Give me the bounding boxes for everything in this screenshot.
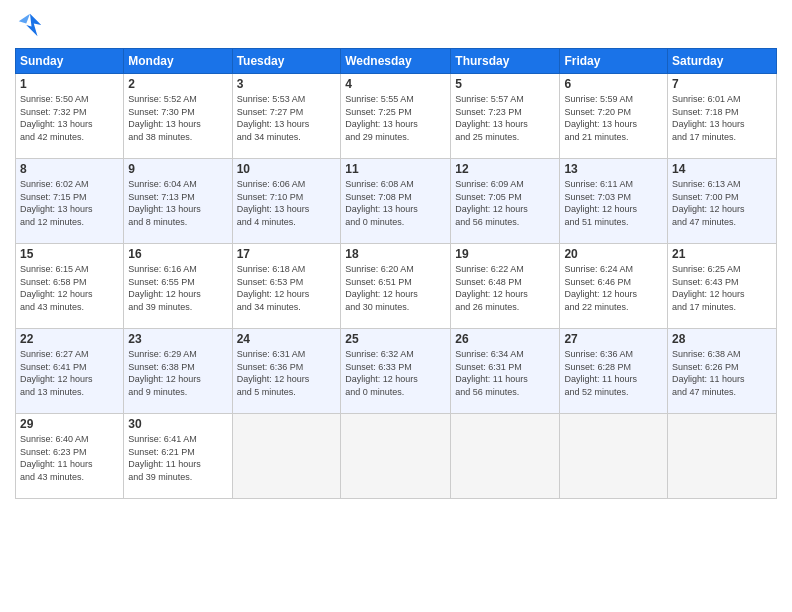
calendar-cell: 26Sunrise: 6:34 AMSunset: 6:31 PMDayligh… bbox=[451, 329, 560, 414]
day-info: Sunrise: 5:59 AMSunset: 7:20 PMDaylight:… bbox=[564, 93, 663, 143]
day-info: Sunrise: 6:22 AMSunset: 6:48 PMDaylight:… bbox=[455, 263, 555, 313]
day-info: Sunrise: 5:53 AMSunset: 7:27 PMDaylight:… bbox=[237, 93, 337, 143]
calendar-cell: 15Sunrise: 6:15 AMSunset: 6:58 PMDayligh… bbox=[16, 244, 124, 329]
day-info: Sunrise: 6:16 AMSunset: 6:55 PMDaylight:… bbox=[128, 263, 227, 313]
day-number: 11 bbox=[345, 162, 446, 176]
day-info: Sunrise: 6:29 AMSunset: 6:38 PMDaylight:… bbox=[128, 348, 227, 398]
day-info: Sunrise: 6:27 AMSunset: 6:41 PMDaylight:… bbox=[20, 348, 119, 398]
calendar-cell: 16Sunrise: 6:16 AMSunset: 6:55 PMDayligh… bbox=[124, 244, 232, 329]
calendar-cell: 19Sunrise: 6:22 AMSunset: 6:48 PMDayligh… bbox=[451, 244, 560, 329]
calendar-cell: 13Sunrise: 6:11 AMSunset: 7:03 PMDayligh… bbox=[560, 159, 668, 244]
calendar-cell: 4Sunrise: 5:55 AMSunset: 7:25 PMDaylight… bbox=[341, 74, 451, 159]
day-info: Sunrise: 6:24 AMSunset: 6:46 PMDaylight:… bbox=[564, 263, 663, 313]
day-info: Sunrise: 6:15 AMSunset: 6:58 PMDaylight:… bbox=[20, 263, 119, 313]
calendar-cell: 10Sunrise: 6:06 AMSunset: 7:10 PMDayligh… bbox=[232, 159, 341, 244]
calendar-cell: 9Sunrise: 6:04 AMSunset: 7:13 PMDaylight… bbox=[124, 159, 232, 244]
day-info: Sunrise: 6:34 AMSunset: 6:31 PMDaylight:… bbox=[455, 348, 555, 398]
header-row: SundayMondayTuesdayWednesdayThursdayFrid… bbox=[16, 49, 777, 74]
day-number: 21 bbox=[672, 247, 772, 261]
logo-icon bbox=[15, 10, 45, 40]
day-number: 1 bbox=[20, 77, 119, 91]
day-info: Sunrise: 6:13 AMSunset: 7:00 PMDaylight:… bbox=[672, 178, 772, 228]
calendar-cell: 6Sunrise: 5:59 AMSunset: 7:20 PMDaylight… bbox=[560, 74, 668, 159]
calendar-cell: 28Sunrise: 6:38 AMSunset: 6:26 PMDayligh… bbox=[668, 329, 777, 414]
day-info: Sunrise: 6:02 AMSunset: 7:15 PMDaylight:… bbox=[20, 178, 119, 228]
day-number: 19 bbox=[455, 247, 555, 261]
day-number: 23 bbox=[128, 332, 227, 346]
day-info: Sunrise: 6:36 AMSunset: 6:28 PMDaylight:… bbox=[564, 348, 663, 398]
week-row-4: 22Sunrise: 6:27 AMSunset: 6:41 PMDayligh… bbox=[16, 329, 777, 414]
col-header-saturday: Saturday bbox=[668, 49, 777, 74]
day-info: Sunrise: 6:06 AMSunset: 7:10 PMDaylight:… bbox=[237, 178, 337, 228]
day-number: 18 bbox=[345, 247, 446, 261]
logo bbox=[15, 10, 49, 40]
calendar-cell: 23Sunrise: 6:29 AMSunset: 6:38 PMDayligh… bbox=[124, 329, 232, 414]
day-number: 17 bbox=[237, 247, 337, 261]
day-number: 24 bbox=[237, 332, 337, 346]
col-header-tuesday: Tuesday bbox=[232, 49, 341, 74]
week-row-3: 15Sunrise: 6:15 AMSunset: 6:58 PMDayligh… bbox=[16, 244, 777, 329]
day-number: 16 bbox=[128, 247, 227, 261]
calendar-cell bbox=[668, 414, 777, 499]
day-info: Sunrise: 6:32 AMSunset: 6:33 PMDaylight:… bbox=[345, 348, 446, 398]
calendar-cell: 21Sunrise: 6:25 AMSunset: 6:43 PMDayligh… bbox=[668, 244, 777, 329]
col-header-friday: Friday bbox=[560, 49, 668, 74]
col-header-monday: Monday bbox=[124, 49, 232, 74]
day-number: 10 bbox=[237, 162, 337, 176]
calendar-cell: 25Sunrise: 6:32 AMSunset: 6:33 PMDayligh… bbox=[341, 329, 451, 414]
day-number: 25 bbox=[345, 332, 446, 346]
calendar-page: SundayMondayTuesdayWednesdayThursdayFrid… bbox=[0, 0, 792, 612]
day-info: Sunrise: 5:55 AMSunset: 7:25 PMDaylight:… bbox=[345, 93, 446, 143]
calendar-cell: 8Sunrise: 6:02 AMSunset: 7:15 PMDaylight… bbox=[16, 159, 124, 244]
calendar-cell: 18Sunrise: 6:20 AMSunset: 6:51 PMDayligh… bbox=[341, 244, 451, 329]
calendar-cell bbox=[451, 414, 560, 499]
calendar-cell: 14Sunrise: 6:13 AMSunset: 7:00 PMDayligh… bbox=[668, 159, 777, 244]
calendar-cell: 29Sunrise: 6:40 AMSunset: 6:23 PMDayligh… bbox=[16, 414, 124, 499]
col-header-wednesday: Wednesday bbox=[341, 49, 451, 74]
day-number: 12 bbox=[455, 162, 555, 176]
day-info: Sunrise: 5:50 AMSunset: 7:32 PMDaylight:… bbox=[20, 93, 119, 143]
day-number: 26 bbox=[455, 332, 555, 346]
svg-marker-1 bbox=[19, 14, 30, 24]
col-header-sunday: Sunday bbox=[16, 49, 124, 74]
day-info: Sunrise: 6:20 AMSunset: 6:51 PMDaylight:… bbox=[345, 263, 446, 313]
week-row-2: 8Sunrise: 6:02 AMSunset: 7:15 PMDaylight… bbox=[16, 159, 777, 244]
calendar-table: SundayMondayTuesdayWednesdayThursdayFrid… bbox=[15, 48, 777, 499]
calendar-cell: 22Sunrise: 6:27 AMSunset: 6:41 PMDayligh… bbox=[16, 329, 124, 414]
day-info: Sunrise: 6:38 AMSunset: 6:26 PMDaylight:… bbox=[672, 348, 772, 398]
calendar-cell: 5Sunrise: 5:57 AMSunset: 7:23 PMDaylight… bbox=[451, 74, 560, 159]
day-number: 13 bbox=[564, 162, 663, 176]
day-number: 22 bbox=[20, 332, 119, 346]
day-info: Sunrise: 6:40 AMSunset: 6:23 PMDaylight:… bbox=[20, 433, 119, 483]
week-row-1: 1Sunrise: 5:50 AMSunset: 7:32 PMDaylight… bbox=[16, 74, 777, 159]
day-info: Sunrise: 5:57 AMSunset: 7:23 PMDaylight:… bbox=[455, 93, 555, 143]
day-info: Sunrise: 6:09 AMSunset: 7:05 PMDaylight:… bbox=[455, 178, 555, 228]
day-number: 30 bbox=[128, 417, 227, 431]
day-info: Sunrise: 5:52 AMSunset: 7:30 PMDaylight:… bbox=[128, 93, 227, 143]
calendar-cell: 27Sunrise: 6:36 AMSunset: 6:28 PMDayligh… bbox=[560, 329, 668, 414]
calendar-cell bbox=[232, 414, 341, 499]
day-number: 28 bbox=[672, 332, 772, 346]
day-number: 5 bbox=[455, 77, 555, 91]
calendar-cell: 11Sunrise: 6:08 AMSunset: 7:08 PMDayligh… bbox=[341, 159, 451, 244]
day-info: Sunrise: 6:01 AMSunset: 7:18 PMDaylight:… bbox=[672, 93, 772, 143]
day-number: 7 bbox=[672, 77, 772, 91]
calendar-cell: 20Sunrise: 6:24 AMSunset: 6:46 PMDayligh… bbox=[560, 244, 668, 329]
day-number: 20 bbox=[564, 247, 663, 261]
calendar-cell bbox=[560, 414, 668, 499]
header bbox=[15, 10, 777, 40]
day-number: 4 bbox=[345, 77, 446, 91]
calendar-cell: 2Sunrise: 5:52 AMSunset: 7:30 PMDaylight… bbox=[124, 74, 232, 159]
calendar-cell bbox=[341, 414, 451, 499]
week-row-5: 29Sunrise: 6:40 AMSunset: 6:23 PMDayligh… bbox=[16, 414, 777, 499]
day-info: Sunrise: 6:18 AMSunset: 6:53 PMDaylight:… bbox=[237, 263, 337, 313]
col-header-thursday: Thursday bbox=[451, 49, 560, 74]
day-number: 27 bbox=[564, 332, 663, 346]
calendar-cell: 24Sunrise: 6:31 AMSunset: 6:36 PMDayligh… bbox=[232, 329, 341, 414]
day-info: Sunrise: 6:25 AMSunset: 6:43 PMDaylight:… bbox=[672, 263, 772, 313]
day-number: 14 bbox=[672, 162, 772, 176]
day-info: Sunrise: 6:11 AMSunset: 7:03 PMDaylight:… bbox=[564, 178, 663, 228]
calendar-cell: 12Sunrise: 6:09 AMSunset: 7:05 PMDayligh… bbox=[451, 159, 560, 244]
day-info: Sunrise: 6:04 AMSunset: 7:13 PMDaylight:… bbox=[128, 178, 227, 228]
day-info: Sunrise: 6:31 AMSunset: 6:36 PMDaylight:… bbox=[237, 348, 337, 398]
